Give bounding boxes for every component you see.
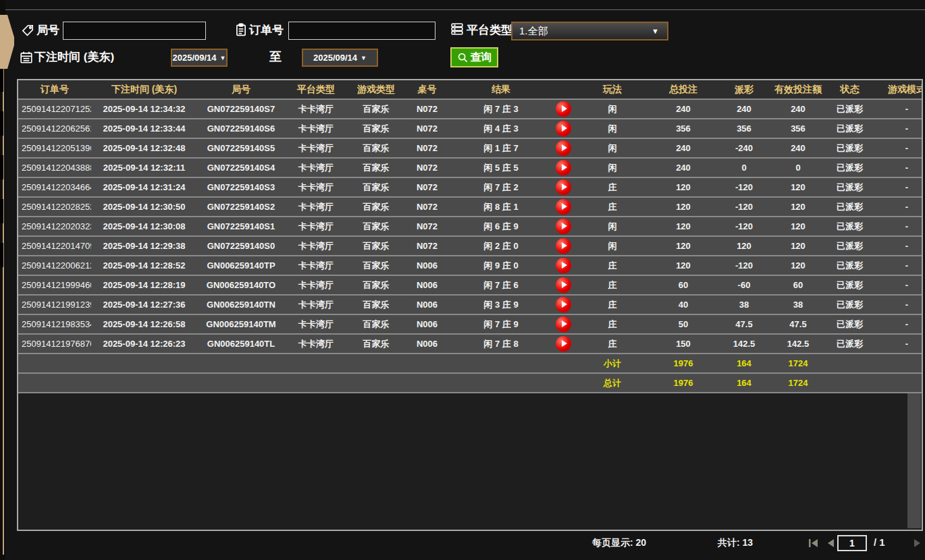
- cell-round-id: GN006259140TN: [197, 296, 285, 315]
- order-input[interactable]: [288, 22, 435, 40]
- totals-empty-cell: [823, 354, 876, 374]
- table-row: 2509141219912392025-09-14 12:27:36GN0062…: [18, 296, 923, 315]
- cell-order-id: 250914122051396: [18, 139, 91, 159]
- totals-empty-cell: [347, 374, 405, 393]
- cell-replay: [553, 296, 573, 315]
- cell-valid-bet: 38: [773, 296, 823, 315]
- cell-total-bet: 150: [652, 335, 715, 354]
- cell-play: 庄: [573, 178, 652, 198]
- next-page-icon[interactable]: [914, 538, 922, 548]
- totals-empty-cell: [405, 354, 449, 374]
- cell-valid-bet: 240: [773, 139, 823, 159]
- cell-bet-time: 2025-09-14 12:30:50: [91, 198, 197, 217]
- query-button[interactable]: 查询: [450, 47, 498, 67]
- cell-mode: -: [876, 198, 923, 217]
- cell-game-type: 百家乐: [347, 119, 405, 139]
- totals-total-bet: 1976: [652, 354, 715, 374]
- to-label: 至: [269, 49, 282, 65]
- cell-payout: 0: [715, 159, 773, 178]
- totals-empty-cell: [285, 354, 347, 374]
- cell-replay: [553, 198, 573, 217]
- replay-icon[interactable]: [556, 121, 571, 136]
- cell-mode: -: [876, 119, 923, 139]
- col-header-4: 游戏类型: [347, 80, 405, 100]
- left-accent-line: [3, 65, 4, 555]
- cell-replay: [553, 100, 573, 119]
- dropdown-arrow-icon: ▼: [361, 55, 367, 61]
- totals-empty-cell: [285, 374, 347, 393]
- cell-result: 闲 8 庄 1: [449, 198, 553, 217]
- replay-icon[interactable]: [556, 219, 571, 234]
- replay-icon[interactable]: [556, 297, 571, 312]
- cell-status: 已派彩: [823, 256, 876, 276]
- cell-total-bet: 120: [652, 256, 715, 276]
- date-from-select[interactable]: 2025/09/14 ▼: [171, 49, 228, 67]
- search-icon: [457, 52, 469, 63]
- replay-icon[interactable]: [556, 101, 571, 117]
- cell-round-id: GN006259140TM: [197, 315, 285, 335]
- cell-replay: [553, 119, 573, 139]
- replay-icon[interactable]: [556, 238, 571, 254]
- replay-icon[interactable]: [556, 160, 571, 175]
- scrollbar-thumb[interactable]: [907, 393, 921, 528]
- cell-payout: 240: [715, 100, 773, 119]
- cell-platform: 卡卡湾厅: [285, 178, 347, 198]
- date-to-select[interactable]: 2025/09/14 ▼: [302, 49, 378, 67]
- replay-icon[interactable]: [556, 277, 571, 293]
- cell-payout: -120: [715, 178, 773, 198]
- left-edge-block: [0, 243, 3, 267]
- cell-mode: -: [876, 237, 923, 256]
- cell-payout: -120: [715, 198, 773, 217]
- cell-bet-time: 2025-09-14 12:28:52: [91, 256, 197, 276]
- cell-game-type: 百家乐: [347, 315, 405, 335]
- replay-icon[interactable]: [556, 336, 571, 352]
- table-row: 2509141220346642025-09-14 12:31:24GN0722…: [18, 178, 923, 198]
- replay-icon[interactable]: [556, 199, 571, 215]
- first-page-icon[interactable]: [808, 538, 819, 548]
- col-header-1: 下注时间 (美东): [91, 80, 197, 100]
- cell-mode: -: [876, 256, 923, 276]
- table-row: 2509141219768702025-09-14 12:26:23GN0062…: [18, 335, 923, 354]
- cell-bet-time: 2025-09-14 12:31:24: [91, 178, 197, 198]
- page-input[interactable]: 1: [837, 535, 867, 551]
- totals-payout: 164: [715, 374, 773, 393]
- replay-icon[interactable]: [556, 179, 571, 195]
- cell-platform: 卡卡湾厅: [285, 119, 347, 139]
- cell-status: 已派彩: [823, 198, 876, 217]
- table-row: 2509141220438882025-09-14 12:32:11GN0722…: [18, 159, 923, 178]
- cell-bet-time: 2025-09-14 12:27:36: [91, 296, 197, 315]
- calendar-icon: [20, 51, 33, 64]
- replay-icon[interactable]: [556, 140, 571, 156]
- prev-page-icon[interactable]: [826, 538, 835, 548]
- cell-replay: [553, 237, 573, 256]
- cell-payout: -60: [715, 276, 773, 296]
- round-input[interactable]: [63, 22, 206, 40]
- drawer-handle-icon[interactable]: [0, 15, 15, 69]
- replay-icon[interactable]: [556, 258, 571, 273]
- cell-table-no: N072: [405, 100, 449, 119]
- cell-result: 闲 1 庄 7: [449, 139, 553, 159]
- cell-platform: 卡卡湾厅: [285, 237, 347, 256]
- col-header-2: 局号: [197, 80, 285, 100]
- platform-select[interactable]: 1.全部 ▼: [511, 22, 668, 40]
- cell-round-id: GN006259140TL: [197, 335, 285, 354]
- platform-icon: [450, 22, 464, 36]
- cell-mode: -: [876, 296, 923, 315]
- left-edge-block: [0, 199, 3, 223]
- replay-icon[interactable]: [556, 316, 571, 332]
- order-table-body: 2509141220712522025-09-14 12:34:32GN0722…: [18, 100, 923, 393]
- cell-mode: -: [876, 178, 923, 198]
- cell-total-bet: 240: [652, 159, 715, 178]
- cell-order-id: 250914122043888: [18, 159, 91, 178]
- cell-round-id: GN072259140S5: [197, 139, 285, 159]
- clipboard-icon: [234, 23, 248, 36]
- table-row: 2509141219994602025-09-14 12:28:19GN0062…: [18, 276, 923, 296]
- col-header-7: [553, 80, 573, 100]
- cell-valid-bet: 120: [773, 256, 823, 276]
- cell-platform: 卡卡湾厅: [285, 159, 347, 178]
- cell-round-id: GN072259140S0: [197, 237, 285, 256]
- cell-replay: [553, 139, 573, 159]
- cell-total-bet: 120: [652, 198, 715, 217]
- cell-status: 已派彩: [823, 237, 876, 256]
- cell-order-id: 250914122014709: [18, 237, 91, 256]
